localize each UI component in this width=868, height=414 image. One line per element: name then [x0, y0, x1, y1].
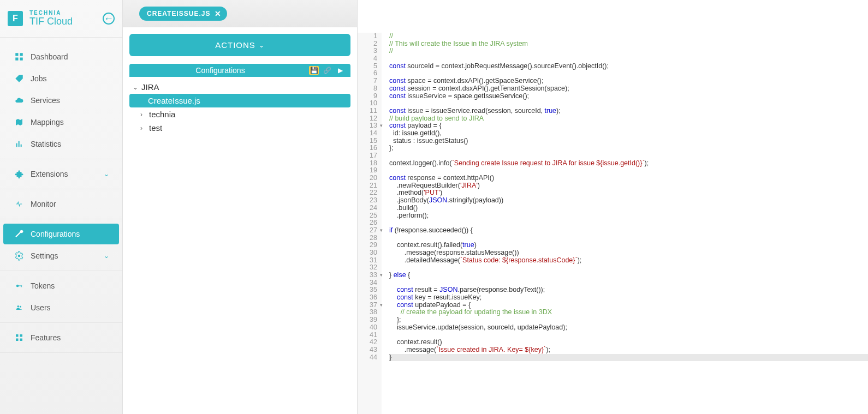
actions-label: ACTIONS [215, 40, 255, 50]
svg-rect-3 [20, 58, 23, 61]
nav-label: Extensions [31, 170, 68, 178]
tab-createissue[interactable]: CREATEISSUE.JS ✕ [139, 7, 227, 21]
svg-rect-13 [16, 334, 19, 337]
chevron-right-icon: › [140, 111, 149, 118]
svg-point-8 [16, 285, 19, 287]
nav-label: Statistics [31, 140, 61, 148]
svg-rect-15 [16, 339, 19, 341]
svg-rect-0 [15, 53, 18, 56]
svg-point-11 [17, 305, 20, 308]
collapse-sidebar-button[interactable]: ← [103, 13, 115, 25]
logo-icon: F [8, 11, 23, 26]
svg-rect-16 [20, 339, 23, 341]
svg-rect-5 [19, 141, 20, 147]
nav-label: Jobs [31, 74, 47, 83]
nav-statistics[interactable]: Statistics [3, 134, 119, 154]
save-icon[interactable]: 💾 [309, 66, 319, 75]
nav-label: Features [31, 333, 61, 342]
line-gutter: 1234567891011121314151617181920212223242… [358, 33, 382, 414]
monitor-icon [13, 199, 25, 209]
nav-mappings[interactable]: Mappings [3, 112, 119, 133]
nav-label: Configurations [31, 230, 80, 238]
tag-icon [13, 74, 25, 83]
sidebar-header: F TECHNIA TIF Cloud ← [0, 0, 122, 38]
cloud-icon [13, 95, 25, 105]
svg-rect-14 [20, 334, 23, 337]
stats-icon [13, 139, 25, 149]
nav-label: Dashboard [31, 52, 68, 61]
tree-node-createissue[interactable]: CreateIssue.js [129, 94, 350, 107]
panel-title: Configurations [135, 66, 306, 75]
tree-label: test [149, 123, 162, 133]
nav-extensions[interactable]: Extensions⌄ [3, 164, 119, 184]
svg-rect-1 [20, 53, 23, 56]
svg-rect-2 [15, 58, 18, 61]
nav-label: Users [31, 303, 51, 312]
middle-column: CREATEISSUE.JS ✕ ACTIONS ⌄ Configuration… [123, 0, 358, 414]
svg-point-12 [20, 306, 21, 308]
chevron-down-icon: ⌄ [259, 41, 265, 49]
tree-label: CreateIssue.js [148, 96, 200, 105]
tree-label: JIRA [141, 82, 159, 92]
users-icon [13, 303, 25, 313]
chevron-down-icon: ⌄ [133, 83, 141, 91]
play-icon[interactable]: ▶ [335, 66, 345, 75]
nav-label: Settings [31, 251, 58, 260]
features-icon [13, 333, 25, 343]
tree-node-jira[interactable]: ⌄JIRA [129, 80, 350, 94]
tree-label: technia [149, 110, 175, 119]
wrench-icon [13, 229, 25, 239]
svg-rect-10 [21, 285, 22, 287]
nav-settings[interactable]: Settings⌄ [3, 245, 119, 266]
tree-node-technia[interactable]: ›technia [129, 107, 350, 121]
map-icon [13, 117, 25, 127]
nav-label: Mappings [31, 118, 64, 127]
nav-jobs[interactable]: Jobs [3, 68, 119, 89]
tabbar: CREATEISSUE.JS ✕ [123, 0, 357, 27]
nav-tokens[interactable]: Tokens [3, 275, 119, 296]
link-icon[interactable]: 🔗 [322, 66, 332, 75]
tree-node-test[interactable]: ›test [129, 121, 350, 135]
gear-icon [13, 251, 25, 261]
nav-users[interactable]: Users [3, 297, 119, 318]
config-tree: ⌄JIRA CreateIssue.js ›technia ›test [129, 80, 350, 135]
nav-label: Tokens [31, 281, 55, 290]
code-editor[interactable]: 1234567891011121314151617181920212223242… [358, 0, 868, 414]
tab-label: CREATEISSUE.JS [147, 10, 210, 17]
configurations-panel-header: Configurations 💾 🔗 ▶ [129, 64, 350, 77]
chevron-down-icon: ⌄ [104, 170, 109, 178]
chevron-down-icon: ⌄ [104, 252, 109, 260]
nav-configurations[interactable]: Configurations [3, 224, 119, 244]
code-content[interactable]: //// This will create the Issue in the J… [382, 33, 868, 414]
dashboard-icon [13, 52, 25, 62]
brand-small: TECHNIA [29, 10, 103, 16]
chevron-right-icon: › [140, 124, 149, 132]
nav-monitor[interactable]: Monitor [3, 194, 119, 214]
brand-big: TIF Cloud [29, 16, 103, 27]
nav-label: Services [31, 96, 60, 105]
nav-features[interactable]: Features [3, 327, 119, 348]
nav-services[interactable]: Services [3, 90, 119, 111]
puzzle-icon [13, 169, 25, 179]
key-icon [13, 281, 25, 291]
close-icon[interactable]: ✕ [215, 9, 222, 18]
sidebar: F TECHNIA TIF Cloud ← Dashboard Jobs Ser… [0, 0, 123, 414]
nav-dashboard[interactable]: Dashboard [3, 46, 119, 67]
svg-point-7 [18, 255, 21, 257]
brand: TECHNIA TIF Cloud [29, 10, 103, 27]
nav-label: Monitor [31, 200, 56, 208]
svg-rect-6 [21, 145, 22, 147]
nav: Dashboard Jobs Services Mappings Statist… [0, 38, 122, 357]
svg-rect-4 [16, 143, 17, 147]
actions-button[interactable]: ACTIONS ⌄ [129, 34, 350, 56]
